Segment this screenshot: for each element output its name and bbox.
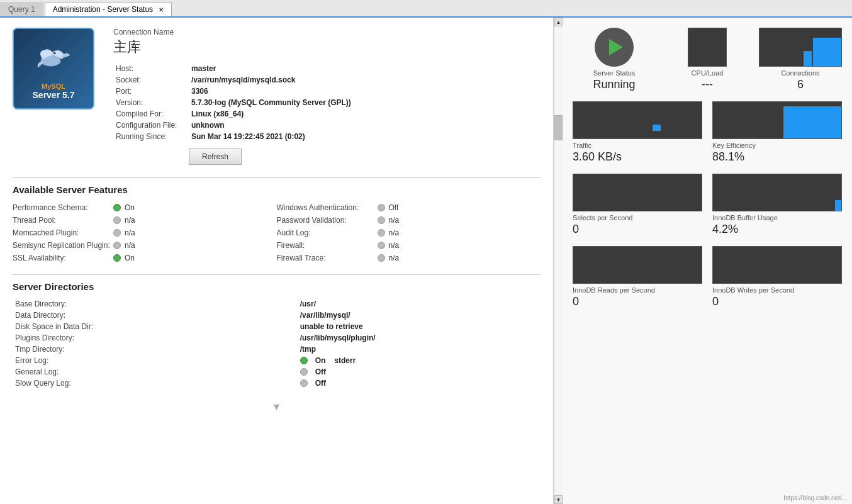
firewall-indicator [378, 242, 385, 249]
dir-row-tmp: Tmp Directory: /tmp [13, 344, 541, 355]
perf-schema-indicator [113, 204, 121, 211]
info-row-port: Port: 3306 [113, 86, 354, 97]
info-row-socket: Socket: /var/run/mysqld/mysqld.sock [113, 74, 354, 86]
logo-mysql-text: MySQL [42, 82, 65, 90]
general-log-indicator [300, 368, 308, 376]
selects-label: Selects per Second [573, 214, 702, 221]
scroll-thumb[interactable] [554, 115, 563, 140]
innodb-buffer-bar [835, 200, 841, 211]
cpu-value: --- [702, 78, 713, 91]
close-tab-icon[interactable]: ✕ [159, 6, 164, 13]
server-status-label: Server Status [593, 69, 636, 77]
server-status-icon [595, 28, 634, 67]
refresh-button[interactable]: Refresh [189, 148, 242, 165]
info-row-compiled: Compiled For: Linux (x86_64) [113, 108, 354, 120]
key-efficiency-card: Key Efficiency 88.1% [712, 101, 842, 164]
traffic-card: Traffic 3.60 KB/s [573, 101, 702, 164]
connections-label: Connections [781, 69, 819, 77]
connections-card: Connections 6 [759, 28, 842, 91]
tab-admin-status[interactable]: Administration - Server Status ✕ [45, 2, 172, 16]
footer-link: https://blog.csdn.net/... [783, 495, 847, 501]
logo-version-text: Server 5.7 [33, 90, 75, 100]
server-status-card: Server Status Running [573, 28, 656, 91]
traffic-bar [653, 125, 660, 131]
audit-log-indicator [378, 229, 385, 237]
features-grid: Performance Schema: On Thread Pool: n/a … [13, 201, 541, 264]
mysql-logo: MySQL Server 5.7 [13, 28, 94, 109]
connections-chart-bar2 [804, 51, 812, 66]
selects-card: Selects per Second 0 [573, 174, 702, 236]
features-divider [13, 177, 541, 178]
dir-row-base: Base Directory: /usr/ [13, 298, 541, 310]
connection-name-value: 主库 [113, 38, 541, 57]
server-status-value: Running [593, 78, 635, 91]
feature-perf-schema: Performance Schema: On [13, 201, 277, 214]
innodb-reads-label: InnoDB Reads per Second [573, 286, 702, 294]
scrollbar-track[interactable]: ▲ ▼ [554, 18, 563, 504]
innodb-reads-value: 0 [573, 295, 702, 308]
tab-admin-status-label: Administration - Server Status [53, 5, 153, 14]
semisync-indicator [113, 242, 121, 249]
dir-row-plugins: Plugins Directory: /usr/lib/mysql/plugin… [13, 332, 541, 344]
main-container: MySQL Server 5.7 Connection Name 主库 Host… [0, 18, 852, 504]
cpu-chart [688, 28, 727, 67]
ssl-indicator [113, 254, 121, 262]
innodb-buffer-card: InnoDB Buffer Usage 4.2% [712, 174, 842, 236]
memcached-indicator [113, 229, 121, 237]
play-triangle-icon [609, 39, 623, 55]
general-log-item: Off [300, 367, 538, 376]
connections-value: 6 [797, 78, 804, 91]
innodb-writes-card: InnoDB Writes per Second 0 [712, 246, 842, 308]
windows-auth-indicator [378, 204, 385, 211]
right-panel: Server Status Running CPU/Load --- Conne… [563, 18, 852, 504]
tab-bar: Query 1 Administration - Server Status ✕ [0, 0, 852, 18]
cpu-load-card: CPU/Load --- [666, 28, 749, 91]
innodb-writes-chart [712, 246, 842, 284]
error-log-indicator [300, 357, 308, 364]
features-right-col: Windows Authentication: Off Password Val… [277, 201, 541, 264]
feature-password-validation: Password Validation: n/a [277, 214, 541, 227]
innodb-reads-card: InnoDB Reads per Second 0 [573, 246, 702, 308]
tab-query1[interactable]: Query 1 [0, 2, 43, 16]
innodb-buffer-chart [712, 174, 842, 211]
tab-query1-label: Query 1 [8, 5, 35, 14]
key-efficiency-value: 88.1% [712, 150, 842, 164]
info-row-version: Version: 5.7.30-log (MySQL Community Ser… [113, 97, 354, 108]
dir-row-data: Data Directory: /var/lib/mysql/ [13, 310, 541, 321]
feature-firewall: Firewall: n/a [277, 239, 541, 252]
key-efficiency-label: Key Efficiency [712, 142, 842, 149]
left-panel: MySQL Server 5.7 Connection Name 主库 Host… [0, 18, 554, 504]
dir-row-error-log: Error Log: On stderr [13, 355, 541, 366]
server-info: Connection Name 主库 Host: master Socket: … [113, 28, 541, 165]
traffic-value: 3.60 KB/s [573, 150, 702, 164]
info-row-config: Configuration File: unknown [113, 120, 354, 131]
directories-title: Server Directories [13, 281, 541, 292]
error-log-item: On stderr [300, 356, 538, 365]
slow-query-indicator [300, 379, 308, 387]
dir-row-disk: Disk Space in Data Dir: unable to retrie… [13, 321, 541, 332]
scroll-down-arrow[interactable]: ▼ [554, 495, 563, 504]
thread-pool-indicator [113, 216, 121, 224]
innodb-buffer-value: 4.2% [712, 223, 842, 236]
selects-value: 0 [573, 223, 702, 236]
info-row-running-since: Running Since: Sun Mar 14 19:22:45 2021 … [113, 131, 354, 142]
traffic-chart [573, 101, 702, 139]
dir-row-slow-query: Slow Query Log: Off [13, 378, 541, 389]
connections-chart [759, 28, 842, 67]
innodb-writes-value: 0 [712, 295, 842, 308]
connection-name-label: Connection Name [113, 28, 541, 36]
directories-table: Base Directory: /usr/ Data Directory: /v… [13, 298, 541, 389]
feature-ssl: SSL Availability: On [13, 252, 277, 264]
innodb-buffer-label: InnoDB Buffer Usage [712, 214, 842, 221]
top-metrics-row: Server Status Running CPU/Load --- Conne… [573, 28, 842, 91]
svg-point-1 [53, 52, 56, 55]
info-row-host: Host: master [113, 63, 354, 74]
scroll-down-indicator: ▼ [13, 401, 541, 413]
key-efficiency-chart [712, 101, 842, 139]
metrics-grid: Traffic 3.60 KB/s Key Efficiency 88.1% S… [573, 101, 842, 308]
scroll-up-arrow[interactable]: ▲ [554, 18, 563, 26]
feature-audit-log: Audit Log: n/a [277, 227, 541, 239]
slow-query-log-item: Off [300, 379, 538, 388]
feature-semisync: Semisync Replication Plugin: n/a [13, 239, 277, 252]
selects-chart [573, 174, 702, 211]
